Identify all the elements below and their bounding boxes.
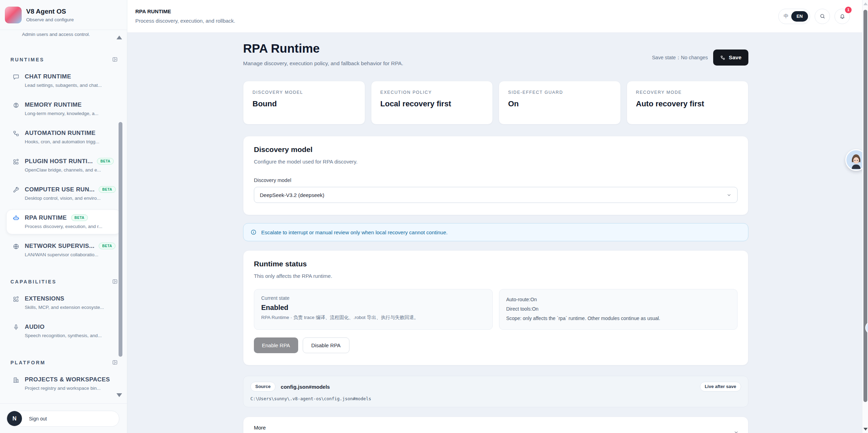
panel-collapse-icon[interactable] (112, 56, 118, 62)
summary-card-value: On (508, 99, 611, 108)
sidebar-item-projects-workspaces[interactable]: PROJECTS & WORKSPACES Project registry a… (6, 371, 121, 396)
page-subtitle: Manage discovery, execution policy, and … (243, 60, 403, 67)
app-title: V8 Agent OS (26, 7, 74, 16)
window-scrollbar[interactable] (862, 0, 868, 433)
section-header-platform: PLATFORM (10, 359, 118, 365)
disable-rpa-button[interactable]: Disable RPA (303, 337, 349, 353)
sidebar: V8 Agent OS Observe and configure Admin … (0, 0, 127, 433)
app-subtitle: Observe and configure (26, 17, 74, 23)
panel-collapse-icon[interactable] (112, 359, 118, 365)
save-state-text: Save state：No changes (652, 54, 708, 61)
sidebar-item-automation-runtime[interactable]: AUTOMATION RUNTIME Hooks, cron, and auto… (6, 125, 121, 150)
summary-card-value: Auto recovery first (636, 99, 739, 108)
discovery-model-field-label: Discovery model (254, 177, 738, 183)
sidebar-item-desc: Hooks, cron, and automation trigg... (25, 139, 99, 145)
beta-badge: BETA (97, 158, 114, 165)
sidebar-item-desc: Long-term memory, knowledge, a... (25, 111, 98, 117)
sidebar-item-desc: OpenClaw bridge, channels, and e... (25, 167, 114, 173)
app-window: V8 Agent OS Observe and configure Admin … (0, 0, 868, 433)
topbar: RPA RUNTIME Process discovery, execution… (127, 0, 868, 33)
topbar-title: RPA RUNTIME (135, 8, 235, 15)
language-option-zh[interactable]: 中 (784, 13, 788, 20)
sidebar-item-label: EXTENSIONS (25, 295, 65, 302)
sidebar-item-desc: Speech recognition, synthesis, and... (25, 333, 102, 339)
sidebar-item-desc: Lead settings, subagents, and chat... (25, 82, 102, 89)
sidebar-footer: N Sign out (0, 403, 127, 433)
app-logo (5, 7, 22, 23)
section-label: CAPABILITIES (10, 279, 56, 284)
runtime-status-section: Runtime status This only affects the RPA… (243, 250, 748, 365)
chevron-down-icon[interactable] (733, 430, 739, 433)
plugin-grid-icon (13, 158, 20, 173)
source-panel: Source config.json#models Live after sav… (243, 376, 748, 407)
sidebar-scroll-up-arrow[interactable] (116, 36, 122, 39)
sidebar-header: V8 Agent OS Observe and configure (0, 0, 127, 30)
sidebar-item-plugin-host-runtime[interactable]: PLUGIN HOST RUNTI...BETA OpenClaw bridge… (6, 153, 121, 178)
summary-card-label: EXECUTION POLICY (380, 90, 484, 95)
page-content: RPA Runtime Manage discovery, execution … (127, 33, 868, 433)
beta-badge: BETA (99, 186, 115, 193)
more-section[interactable]: More (243, 417, 748, 433)
sidebar-item-label: NETWORK SUPERVIS... (25, 242, 95, 250)
globe-icon (13, 243, 20, 258)
save-button-label: Save (729, 54, 741, 61)
chat-icon (13, 74, 20, 89)
sidebar-item-label: MEMORY RUNTIME (25, 101, 82, 108)
sidebar-item-memory-runtime[interactable]: MEMORY RUNTIME Long-term memory, knowled… (6, 97, 121, 121)
enable-rpa-button[interactable]: Enable RPA (254, 337, 298, 353)
section-header-runtimes: RUNTIMES (10, 56, 118, 62)
current-state-value: Enabled (261, 303, 485, 312)
sidebar-scrollbar-thumb[interactable] (119, 122, 122, 357)
summary-card-label: SIDE-EFFECT GUARD (508, 90, 611, 95)
sidebar-item-desc: Project registry and workspace bin... (25, 385, 110, 392)
sidebar-item-desc: Process discovery, execution, and r... (25, 223, 103, 230)
chevron-down-icon (726, 192, 732, 198)
sidebar-item-label: AUDIO (25, 323, 45, 331)
language-toggle[interactable]: 中 EN (778, 9, 810, 24)
selected-model: DeepSeek-V3.2 (deepseek) (260, 192, 324, 198)
summary-card-execution-policy: EXECUTION POLICY Local recovery first (371, 81, 493, 124)
panel-collapse-icon[interactable] (112, 279, 118, 284)
beta-badge: BETA (71, 214, 88, 221)
language-option-en[interactable]: EN (791, 11, 808, 22)
wrench-icon (13, 187, 20, 202)
search-button[interactable] (815, 9, 830, 24)
summary-card-recovery-mode: RECOVERY MODE Auto recovery first (627, 81, 749, 124)
sidebar-item-extensions[interactable]: EXTENSIONS Skills, MCP, and extension ec… (6, 290, 121, 315)
sidebar-item-label: AUTOMATION RUNTIME (25, 129, 96, 137)
summary-cards: DISCOVERY MODEL Bound EXECUTION POLICY L… (243, 81, 748, 124)
user-avatar: N (7, 411, 22, 426)
discovery-model-select[interactable]: DeepSeek-V3.2 (deepseek) (254, 187, 738, 203)
current-state-card: Current state Enabled RPA Runtime · 负责 t… (254, 289, 493, 330)
building-icon (13, 377, 20, 392)
sidebar-item-network-supervisor[interactable]: NETWORK SUPERVIS...BETA LAN/WAN supervis… (6, 238, 121, 263)
source-path: C:\Users\sunny\.v8-agent-os\config.json#… (250, 396, 741, 401)
sidebar-item-desc: Skills, MCP, and extension ecosyste... (25, 304, 104, 311)
info-banner: Escalate to interrupt or manual review o… (243, 223, 748, 241)
sidebar-scroll-down-arrow[interactable] (116, 393, 122, 397)
brain-icon (13, 102, 20, 117)
sidebar-item-chat-runtime[interactable]: CHAT RUNTIME Lead settings, subagents, a… (6, 68, 121, 93)
discovery-model-section: Discovery model Configure the model used… (243, 136, 748, 215)
scrollbar-up-arrow[interactable] (863, 2, 868, 5)
info-icon (250, 229, 257, 235)
summary-card-label: RECOVERY MODE (636, 90, 739, 95)
source-badge: Source (250, 382, 276, 392)
sidebar-item-computer-use-runtime[interactable]: COMPUTER USE RUN...BETA Desktop control,… (6, 181, 121, 206)
scrollbar-down-arrow[interactable] (863, 428, 868, 431)
section-label: PLATFORM (10, 360, 46, 365)
notifications-button[interactable]: 1 (835, 9, 850, 24)
sidebar-nav: Admin users and access control. RUNTIMES… (0, 30, 127, 403)
sidebar-item-rpa-runtime[interactable]: RPA RUNTIMEBETA Process discovery, execu… (6, 210, 121, 234)
sign-out-button[interactable]: N Sign out (6, 411, 119, 427)
extensions-grid-icon (13, 296, 20, 311)
summary-card-discovery-model: DISCOVERY MODEL Bound (243, 81, 365, 124)
save-button[interactable]: Save (713, 50, 748, 66)
section-label: RUNTIMES (10, 57, 44, 62)
main-area: RPA RUNTIME Process discovery, execution… (127, 0, 868, 433)
scrollbar-thumb[interactable] (863, 10, 867, 402)
sidebar-item-audio[interactable]: AUDIO Speech recognition, synthesis, and… (6, 319, 121, 343)
direct-tools-flag: Direct tools:On (506, 304, 731, 314)
sign-out-label: Sign out (29, 416, 47, 421)
source-value: config.json#models (281, 384, 330, 390)
